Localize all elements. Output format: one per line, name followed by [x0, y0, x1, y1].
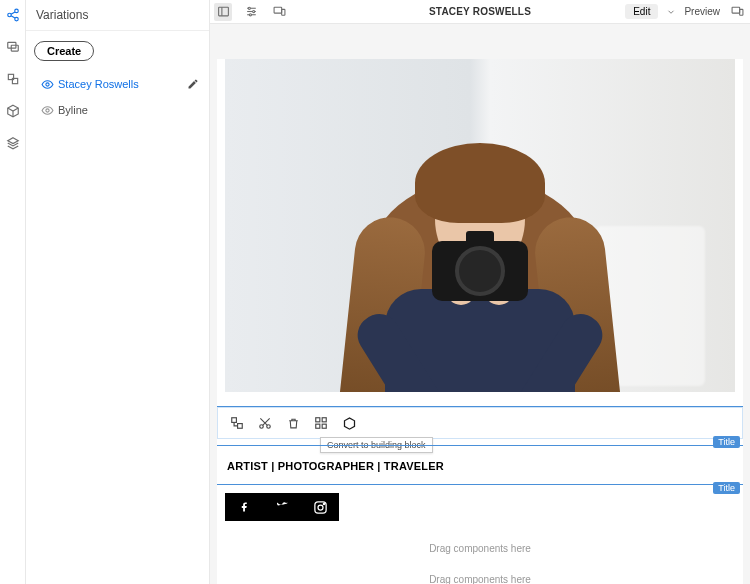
svg-point-14	[248, 7, 250, 9]
building-block-icon[interactable]	[340, 414, 358, 432]
svg-point-15	[252, 10, 254, 12]
svg-rect-21	[232, 418, 237, 423]
drop-zone[interactable]: Drag components here	[217, 529, 743, 568]
svg-rect-22	[238, 424, 243, 429]
device-preview-icon[interactable]	[728, 3, 746, 21]
hero-image[interactable]	[225, 59, 735, 392]
group-icon[interactable]	[312, 414, 330, 432]
svg-rect-25	[316, 418, 320, 422]
instagram-icon[interactable]	[301, 493, 339, 521]
visibility-icon[interactable]	[36, 78, 58, 91]
editor-main: STACEY ROSWELLS Edit Preview	[210, 0, 750, 584]
visibility-icon[interactable]	[36, 104, 58, 117]
rail-package-icon[interactable]	[4, 102, 22, 120]
twitter-icon[interactable]	[263, 493, 301, 521]
svg-point-31	[323, 503, 324, 504]
title-component[interactable]: ARTIST | PHOTOGRAPHER | TRAVELER	[217, 445, 743, 485]
svg-point-2	[14, 17, 18, 21]
left-rail	[0, 0, 26, 584]
canvas: Convert to building block Title ARTIST |…	[217, 59, 743, 584]
variation-row[interactable]: Stacey Roswells	[34, 71, 201, 97]
variation-label: Stacey Roswells	[58, 78, 187, 90]
facebook-icon[interactable]	[225, 493, 263, 521]
svg-rect-26	[322, 418, 326, 422]
page-title: STACEY ROSWELLS	[429, 6, 531, 17]
svg-rect-19	[732, 7, 740, 13]
drop-zone[interactable]: Drag components here	[217, 568, 743, 584]
svg-rect-27	[316, 424, 320, 428]
svg-point-0	[14, 9, 18, 12]
social-links	[225, 493, 735, 521]
edit-mode-button[interactable]: Edit	[625, 4, 658, 19]
canvas-scroll[interactable]: Convert to building block Title ARTIST |…	[210, 24, 750, 584]
top-bar: STACEY ROSWELLS Edit Preview	[210, 0, 750, 24]
rail-share-icon[interactable]	[4, 6, 22, 24]
svg-point-1	[7, 13, 11, 17]
rail-stack-icon[interactable]	[4, 134, 22, 152]
cut-icon[interactable]	[256, 414, 274, 432]
rail-layers-icon[interactable]	[4, 70, 22, 88]
preview-button[interactable]: Preview	[684, 6, 720, 17]
svg-point-8	[45, 108, 48, 111]
devices-icon[interactable]	[270, 3, 288, 21]
svg-rect-9	[218, 7, 228, 16]
component-toolbar: Convert to building block	[217, 407, 743, 439]
svg-point-7	[45, 82, 48, 85]
variation-label: Byline	[58, 104, 199, 116]
variations-title: Variations	[26, 0, 209, 31]
title-text: ARTIST | PHOTOGRAPHER | TRAVELER	[227, 460, 444, 472]
svg-rect-18	[281, 9, 284, 15]
parent-icon[interactable]	[228, 414, 246, 432]
edit-icon[interactable]	[187, 78, 199, 90]
component-tag: Title	[713, 482, 740, 494]
trash-icon[interactable]	[284, 414, 302, 432]
sliders-icon[interactable]	[242, 3, 260, 21]
svg-point-16	[249, 14, 251, 16]
create-button[interactable]: Create	[34, 41, 94, 61]
svg-rect-28	[322, 424, 326, 428]
chevron-down-icon[interactable]	[666, 7, 676, 17]
panel-toggle-icon[interactable]	[214, 3, 232, 21]
svg-rect-20	[739, 9, 742, 15]
variations-panel: Variations Create Stacey Roswells	[26, 0, 210, 584]
rail-screens-icon[interactable]	[4, 38, 22, 56]
svg-rect-17	[274, 7, 282, 13]
svg-point-30	[318, 505, 323, 510]
variation-row[interactable]: Byline	[34, 97, 201, 123]
